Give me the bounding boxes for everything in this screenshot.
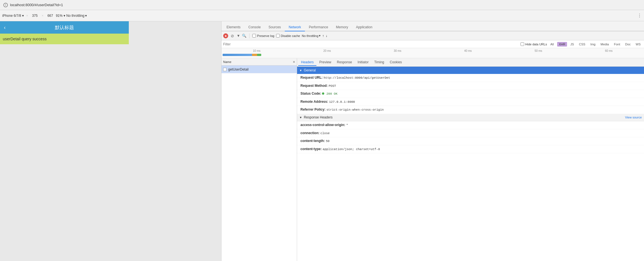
- main-layout: ‹ 默认标题 userDetail query success Elements…: [0, 21, 644, 261]
- filter-js[interactable]: JS: [569, 42, 576, 46]
- timeline-bars: [223, 53, 261, 57]
- timeline-label-50ms: 50 ms: [503, 49, 574, 52]
- filter-media[interactable]: Media: [599, 42, 611, 46]
- connection-row: connection: close: [297, 129, 644, 138]
- success-bar: userDetail query success: [0, 34, 129, 44]
- status-code-label: Status Code:: [300, 92, 321, 95]
- timeline-bar-blue: [223, 54, 253, 56]
- mobile-preview: ‹ 默认标题 userDetail query success: [0, 21, 221, 261]
- response-headers-title: Response Headers: [304, 115, 333, 119]
- timeline-labels: 10 ms 20 ms 30 ms 40 ms 50 ms 60 ms: [221, 49, 644, 52]
- details-tab-timing[interactable]: Timing: [371, 59, 387, 66]
- remote-address-value: 127.0.0.1:8000: [329, 100, 355, 104]
- timeline-bar-green: [257, 54, 261, 56]
- app-title: 默认标题: [55, 24, 74, 31]
- record-button[interactable]: ●: [223, 33, 228, 38]
- tab-sources[interactable]: Sources: [265, 24, 285, 31]
- acao-value: *: [346, 123, 348, 127]
- details-tab-response[interactable]: Response: [334, 59, 355, 66]
- details-tab-preview[interactable]: Preview: [316, 59, 334, 66]
- requests-header: Name ×: [221, 58, 297, 66]
- status-dot: [322, 92, 324, 95]
- tab-console[interactable]: Console: [244, 24, 265, 31]
- collapse-triangle: ▼: [299, 69, 302, 72]
- network-toolbar: ● ⊘ ▼ 🔍 Preserve log Disable cache No th…: [221, 31, 644, 40]
- toolbar-divider: [249, 33, 249, 38]
- request-url-row: Request URL: http://localhost:8000/api/g…: [297, 74, 644, 82]
- content-type-label: content-type:: [300, 147, 322, 151]
- details-tab-initiator[interactable]: Initiator: [355, 59, 371, 66]
- filter-input[interactable]: [223, 42, 519, 46]
- stop-button[interactable]: ⊘: [230, 33, 235, 38]
- preserve-log-checkbox[interactable]: [252, 34, 256, 38]
- request-method-row: Request Method: POST: [297, 82, 644, 90]
- width-input[interactable]: [30, 14, 39, 18]
- disable-cache-label[interactable]: Disable cache: [276, 34, 300, 38]
- request-item[interactable]: getUserDetail: [221, 66, 297, 73]
- tab-memory[interactable]: Memory: [332, 24, 352, 31]
- tab-elements[interactable]: Elements: [223, 24, 244, 31]
- filter-icon: ▼: [237, 34, 240, 38]
- acao-label: access-control-allow-origin:: [300, 123, 345, 127]
- details-panel: Headers Preview Response Initiator Timin…: [297, 58, 644, 261]
- details-tab-headers[interactable]: Headers: [298, 59, 316, 66]
- preserve-log-label[interactable]: Preserve log: [252, 34, 274, 38]
- throttle-selector-network[interactable]: No throttling ▾: [302, 34, 321, 38]
- referrer-policy-value: strict-origin-when-cross-origin: [326, 108, 384, 111]
- disable-cache-checkbox[interactable]: [276, 34, 280, 38]
- filter-img[interactable]: Img: [589, 42, 597, 46]
- url-bar[interactable]: localhost:8000/#/userDetail?id=1: [10, 3, 63, 7]
- referrer-policy-label: Referrer Policy:: [300, 108, 325, 111]
- back-icon[interactable]: ‹: [4, 25, 6, 31]
- filter-font[interactable]: Font: [612, 42, 622, 46]
- timeline-label-60ms: 60 ms: [574, 49, 644, 52]
- request-url-label: Request URL:: [300, 76, 323, 80]
- filter-css[interactable]: CSS: [577, 42, 587, 46]
- connection-label: connection:: [300, 131, 319, 135]
- name-column-header: Name: [223, 60, 292, 64]
- height-input[interactable]: [46, 14, 55, 18]
- requests-list: Name × getUserDetail: [221, 58, 297, 261]
- status-code-row: Status Code: 200 OK: [297, 90, 644, 98]
- details-tab-cookies[interactable]: Cookies: [387, 59, 405, 66]
- referrer-policy-row: Referrer Policy: strict-origin-when-cros…: [297, 106, 644, 114]
- device-selector[interactable]: iPhone 6/7/8 ▾: [2, 14, 24, 18]
- zoom-selector[interactable]: 91% ▾: [56, 14, 65, 18]
- disable-cache-text: Disable cache: [281, 34, 300, 38]
- content-length-label: content-length:: [300, 139, 325, 143]
- filter-all[interactable]: All: [549, 42, 555, 46]
- content-type-row: content-type: application/json; charset=…: [297, 145, 644, 153]
- search-icon[interactable]: 🔍: [242, 34, 246, 38]
- details-tabs: Headers Preview Response Initiator Timin…: [297, 58, 644, 67]
- general-section-title: General: [304, 68, 316, 72]
- tab-network[interactable]: Network: [285, 24, 305, 31]
- device-toolbar: iPhone 6/7/8 ▾ × × 91% ▾ No throttling ▾…: [0, 10, 644, 21]
- filter-xhr[interactable]: XHR: [557, 42, 567, 46]
- tab-application[interactable]: Application: [352, 24, 376, 31]
- request-name: getUserDetail: [228, 67, 249, 71]
- timeline-label-10ms: 10 ms: [221, 49, 292, 52]
- throttle-selector-top[interactable]: No throttling ▾: [66, 14, 87, 18]
- filter-doc[interactable]: Doc: [624, 42, 633, 46]
- devtools-panel: Elements Console Sources Network Perform…: [221, 21, 644, 261]
- request-method-value: POST: [329, 84, 336, 88]
- network-timeline: 10 ms 20 ms 30 ms 40 ms 50 ms 60 ms: [221, 48, 644, 58]
- dim-separator: ×: [41, 14, 43, 18]
- timeline-label-20ms: 20 ms: [292, 49, 363, 52]
- info-icon: i: [3, 3, 8, 7]
- acao-row: access-control-allow-origin: *: [297, 121, 644, 129]
- close-panel-icon[interactable]: ×: [293, 60, 295, 64]
- hide-data-urls-label[interactable]: Hide data URLs: [521, 42, 547, 46]
- request-method-label: Request Method:: [300, 84, 328, 88]
- more-options-button[interactable]: ⋮: [637, 13, 642, 18]
- filter-ws[interactable]: WS: [634, 42, 642, 46]
- upload-icon: ↑: [322, 34, 324, 38]
- hide-data-urls-checkbox[interactable]: [521, 42, 524, 46]
- device-dropdown-icon: ▾: [22, 14, 24, 18]
- tab-performance[interactable]: Performance: [305, 24, 332, 31]
- hide-data-urls-text: Hide data URLs: [525, 43, 547, 46]
- request-checkbox[interactable]: [223, 68, 227, 71]
- request-url-value: http://localhost:8000/api/getUserDet: [324, 76, 390, 80]
- throttle-dropdown-icon: ▾: [319, 34, 321, 38]
- view-source-link[interactable]: View source: [625, 116, 642, 119]
